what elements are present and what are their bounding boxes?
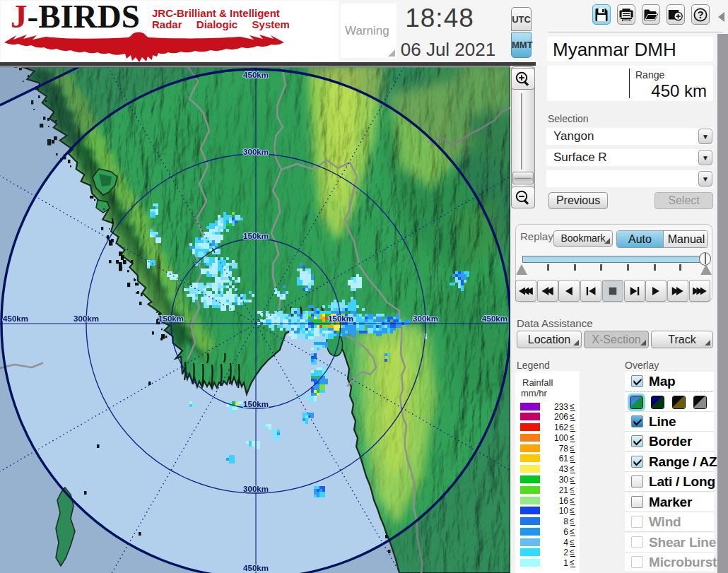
svg-text:300km: 300km	[74, 314, 99, 323]
svg-text:150km: 150km	[158, 314, 184, 323]
svg-text:?: ?	[697, 8, 703, 20]
svg-text:300km: 300km	[243, 148, 269, 156]
svg-text:450km: 450km	[243, 564, 269, 572]
svg-text:150km: 150km	[328, 314, 353, 323]
svg-text:150km: 150km	[243, 232, 269, 240]
svg-text:300km: 300km	[243, 485, 269, 493]
svg-text:450km: 450km	[243, 71, 269, 79]
svg-text:150km: 150km	[243, 400, 269, 408]
svg-text:450km: 450km	[482, 314, 507, 323]
svg-text:450km: 450km	[3, 314, 28, 323]
svg-text:300km: 300km	[413, 314, 438, 323]
